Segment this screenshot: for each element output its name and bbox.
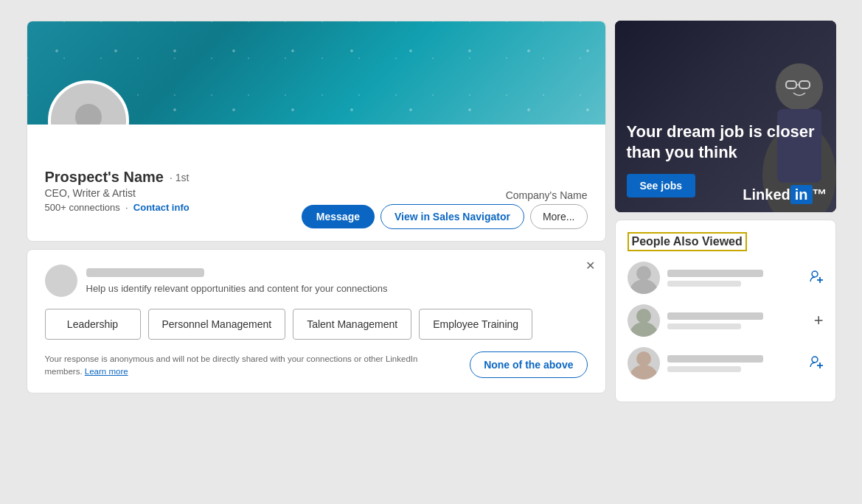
avatar-silhouette	[63, 99, 114, 125]
none-above-button[interactable]: None of the above	[470, 351, 587, 378]
profile-actions: Message View in Sales Navigator More...	[302, 204, 588, 229]
pav-name-bar-2	[667, 312, 763, 320]
svg-point-9	[636, 266, 651, 281]
profile-right: Company's Name Message View in Sales Nav…	[302, 169, 588, 229]
pav-avatar-2	[628, 304, 660, 337]
page-wrapper: Prospect's Name · 1st CEO, Writer & Arti…	[15, 9, 848, 495]
linkedin-logo-in: in	[790, 185, 813, 204]
connection-degree: · 1st	[170, 172, 189, 183]
linkedin-logo: Linkedin™	[743, 186, 827, 203]
widget-title-bar: Help us identify relevant opportunities …	[86, 268, 588, 294]
connections-row: 500+ connections · Contact info	[45, 202, 190, 213]
widget-header: Help us identify relevant opportunities …	[45, 265, 588, 297]
profile-info-left: Prospect's Name · 1st CEO, Writer & Arti…	[45, 169, 190, 213]
avatar-wrapper	[48, 80, 129, 125]
skills-list: Leadership Personnel Management Talent M…	[45, 309, 588, 340]
widget-footer: Your response is anonymous and will not …	[45, 351, 588, 378]
profile-headline: CEO, Writer & Artist	[45, 187, 190, 199]
ad-card: Your dream job is closer than you think …	[615, 21, 836, 212]
add-person-icon-3	[809, 354, 824, 369]
ad-headline: Your dream job is closer than you think	[627, 122, 824, 164]
profile-card: Prospect's Name · 1st CEO, Writer & Arti…	[27, 21, 606, 242]
pav-avatar-svg-1	[628, 262, 660, 294]
pav-info-1	[667, 270, 802, 287]
widget-disclaimer: Your response is anonymous and will not …	[45, 353, 428, 379]
pav-name-bar-3	[667, 355, 763, 363]
pav-more-button-2[interactable]: +	[814, 311, 824, 330]
pav-connect-button-3[interactable]	[809, 354, 824, 373]
pav-title-bar-3	[667, 366, 741, 372]
pav-connect-button-1[interactable]	[809, 269, 824, 287]
svg-point-13	[629, 322, 658, 337]
pav-section-title: People Also Viewed	[628, 232, 747, 251]
svg-point-16	[636, 351, 651, 366]
learn-more-link[interactable]: Learn more	[85, 367, 128, 376]
skill-button-personnel-management[interactable]: Personnel Management	[148, 309, 286, 340]
name-row: Prospect's Name · 1st	[45, 169, 190, 186]
svg-point-0	[75, 104, 102, 125]
sales-navigator-button[interactable]: View in Sales Navigator	[380, 204, 524, 229]
main-column: Prospect's Name · 1st CEO, Writer & Arti…	[27, 21, 606, 483]
connections-count: 500+ connections	[45, 202, 120, 213]
profile-banner	[27, 21, 605, 125]
profile-info-area: Prospect's Name · 1st CEO, Writer & Arti…	[27, 125, 605, 241]
pav-avatar-svg-3	[628, 347, 660, 379]
pav-item-3	[628, 347, 824, 379]
pav-info-2	[667, 312, 807, 329]
svg-point-8	[629, 279, 658, 294]
pav-avatar-svg-2	[628, 304, 660, 337]
widget-subtitle: Help us identify relevant opportunities …	[86, 283, 588, 294]
profile-name: Prospect's Name	[45, 169, 164, 186]
pav-item-2: +	[628, 304, 824, 337]
svg-point-10	[812, 271, 818, 277]
pav-avatar-3	[628, 347, 660, 379]
skill-button-talent-management[interactable]: Talent Management	[293, 309, 411, 340]
people-also-viewed-card: People Also Viewed	[615, 220, 836, 402]
pav-avatar-1	[628, 262, 660, 294]
add-person-icon-1	[809, 269, 824, 284]
pav-name-bar-1	[667, 270, 763, 277]
widget-close-button[interactable]: ✕	[585, 259, 595, 273]
pav-title-bar-2	[667, 323, 741, 329]
skill-button-employee-training[interactable]: Employee Training	[419, 309, 532, 340]
pav-item-1	[628, 262, 824, 294]
contact-info-link[interactable]: Contact info	[133, 202, 190, 213]
right-column: Your dream job is closer than you think …	[615, 21, 836, 483]
svg-point-14	[636, 309, 651, 323]
svg-point-17	[812, 357, 818, 363]
pav-title-bar-1	[667, 281, 741, 287]
widget-avatar	[45, 265, 77, 297]
linkedin-logo-text: Linked	[743, 186, 790, 203]
ad-see-jobs-button[interactable]: See jobs	[627, 174, 696, 197]
skill-button-leadership[interactable]: Leadership	[45, 309, 141, 340]
message-button[interactable]: Message	[302, 205, 375, 228]
widget-name-placeholder	[86, 268, 204, 277]
svg-point-15	[629, 365, 658, 379]
skills-widget-card: ✕ Help us identify relevant opportunitie…	[27, 249, 606, 393]
more-button[interactable]: More...	[530, 204, 588, 229]
pav-info-3	[667, 355, 802, 372]
company-name: Company's Name	[302, 189, 588, 201]
avatar	[48, 80, 129, 125]
